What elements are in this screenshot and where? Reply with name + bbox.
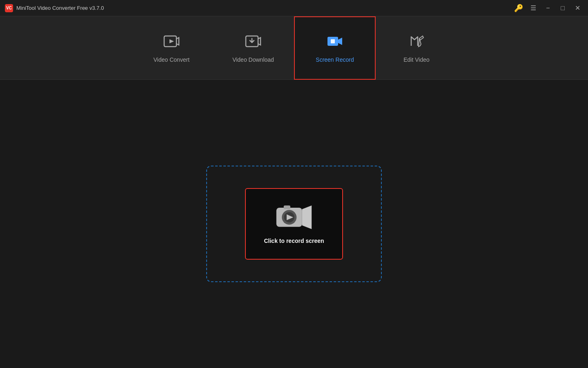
camera-icon: [276, 204, 312, 230]
video-convert-label: Video Convert: [154, 56, 189, 63]
maximize-icon: □: [561, 4, 565, 12]
minimize-icon: −: [546, 4, 550, 12]
key-icon: 🔑: [514, 4, 523, 13]
record-screen-button[interactable]: Click to record screen: [245, 188, 343, 260]
svg-rect-7: [284, 206, 290, 209]
video-convert-icon: [163, 33, 180, 52]
title-bar: VC MiniTool Video Converter Free v3.7.0 …: [0, 0, 588, 16]
screen-record-icon: [326, 33, 343, 52]
nav-item-edit-video[interactable]: Edit Video: [376, 16, 457, 80]
close-icon: ✕: [575, 4, 580, 12]
title-bar-left: VC MiniTool Video Converter Free v3.7.0: [5, 4, 104, 12]
edit-video-icon: [408, 33, 425, 52]
nav-item-screen-record[interactable]: Screen Record: [294, 16, 376, 80]
nav-item-video-convert[interactable]: Video Convert: [131, 16, 212, 80]
menu-btn[interactable]: ☰: [528, 2, 539, 14]
record-container: Click to record screen: [206, 166, 382, 282]
svg-rect-3: [331, 39, 335, 43]
main-content: Click to record screen: [0, 80, 588, 368]
video-download-label: Video Download: [232, 56, 274, 63]
app-title: MiniTool Video Converter Free v3.7.0: [16, 5, 104, 11]
nav-bar: Video Convert Video Download Screen Reco…: [0, 16, 588, 80]
nav-item-video-download[interactable]: Video Download: [212, 16, 294, 80]
video-download-icon: [245, 33, 262, 52]
app-logo: VC: [5, 4, 13, 12]
menu-icon: ☰: [530, 4, 536, 12]
record-screen-label: Click to record screen: [264, 238, 324, 244]
edit-video-label: Edit Video: [403, 56, 430, 63]
key-btn[interactable]: 🔑: [513, 2, 524, 14]
screen-record-label: Screen Record: [316, 56, 354, 63]
maximize-btn[interactable]: □: [557, 2, 568, 14]
minimize-btn[interactable]: −: [542, 2, 554, 14]
title-bar-controls: 🔑 ☰ − □ ✕: [513, 2, 583, 14]
close-btn[interactable]: ✕: [572, 2, 583, 14]
